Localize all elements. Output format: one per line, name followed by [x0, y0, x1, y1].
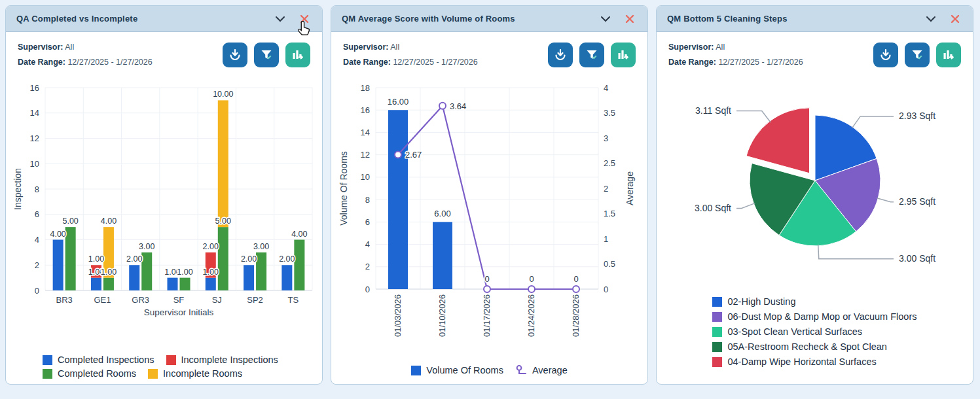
- chevron-down-icon: [926, 16, 936, 22]
- legend-item[interactable]: Completed Inspections: [43, 355, 154, 365]
- export-button[interactable]: [611, 43, 636, 67]
- y-tick-label-left: 6: [365, 217, 369, 227]
- filter-button[interactable]: [579, 43, 604, 67]
- panel-header: QM Bottom 5 Cleaning Steps: [657, 6, 973, 32]
- legend-swatch: [712, 357, 722, 367]
- qm-average-combo-chart: 02468101214161800.511.522.533.5416.006.0…: [338, 73, 642, 349]
- chevron-down-icon: [275, 16, 285, 22]
- legend-item[interactable]: 04-Damp Wipe Horizontal Surfaces: [712, 356, 916, 367]
- close-button[interactable]: [623, 13, 637, 25]
- legend-item[interactable]: 06-Dust Mop & Damp Mop or Vacuum Floors: [712, 311, 916, 322]
- point-label: 2.67: [405, 150, 422, 160]
- bar-segment[interactable]: [281, 265, 292, 290]
- x-tick-label: BR3: [56, 295, 72, 305]
- legend-swatch: [148, 369, 158, 379]
- legend-item[interactable]: Incomplete Inspections: [166, 355, 278, 365]
- legend-label: 03-Spot Clean Vertical Surfaces: [727, 326, 862, 337]
- legend-label: Volume Of Rooms: [426, 365, 503, 375]
- y-tick-label-left: 8: [365, 195, 369, 205]
- bar-segment[interactable]: [141, 252, 152, 290]
- legend-item[interactable]: Volume Of Rooms: [411, 364, 503, 376]
- callout-line: [852, 116, 894, 128]
- collapse-button[interactable]: [272, 14, 288, 24]
- legend-label: 02-High Dusting: [727, 296, 795, 307]
- qa-completed-legend: Completed InspectionsIncomplete Inspecti…: [11, 355, 317, 379]
- bar-segment[interactable]: [52, 240, 63, 291]
- legend-label: Incomplete Rooms: [163, 368, 242, 379]
- y-tick-label: 10: [29, 159, 39, 169]
- chart-export-icon: [617, 48, 630, 61]
- y-tick-label-right: 3: [604, 133, 608, 143]
- x-tick-label: 01/28/2026: [571, 294, 581, 337]
- y-tick-label-right: 4: [604, 83, 608, 93]
- pie-data-label: 3.00 Sqft: [899, 253, 935, 264]
- date-range-value: 12/27/2025 - 1/27/2026: [393, 58, 477, 67]
- collapse-button[interactable]: [923, 14, 939, 24]
- close-button[interactable]: [948, 13, 962, 25]
- legend-item[interactable]: Average: [515, 364, 568, 376]
- download-icon: [879, 48, 892, 61]
- export-button[interactable]: [936, 43, 961, 67]
- legend-label: Average: [532, 365, 568, 375]
- legend-swatch: [712, 327, 722, 337]
- filter-check-icon: [911, 48, 924, 61]
- pie-slice[interactable]: [746, 108, 809, 173]
- bar-segment[interactable]: [129, 265, 139, 290]
- y-tick-label: 2: [34, 260, 39, 270]
- legend-item[interactable]: 05A-Restroom Recheck & Spot Clean: [712, 341, 916, 352]
- filter-button[interactable]: [905, 43, 930, 67]
- close-button[interactable]: [297, 13, 312, 25]
- filter-button[interactable]: [254, 43, 279, 67]
- legend-label: Completed Rooms: [58, 368, 136, 379]
- download-icon: [228, 48, 242, 61]
- bar-segment[interactable]: [90, 278, 101, 290]
- legend-label: 05A-Restroom Recheck & Spot Clean: [727, 341, 886, 352]
- y-tick-label-right: 1.5: [604, 209, 615, 218]
- toolbar: [223, 40, 310, 69]
- collapse-button[interactable]: [598, 14, 613, 24]
- volume-bar[interactable]: [433, 222, 452, 289]
- bar-segment[interactable]: [167, 278, 177, 290]
- filter-info-row: Supervisor: All Date Range: 12/27/2025 -…: [657, 32, 973, 72]
- y-tick-label: 4: [34, 235, 39, 245]
- point-label: 0: [573, 274, 578, 284]
- volume-bar[interactable]: [388, 110, 408, 289]
- y-tick-label-right: 2: [604, 184, 608, 194]
- data-label: 2.00: [126, 254, 142, 264]
- download-button[interactable]: [548, 43, 573, 67]
- filter-info-row: Supervisor: All Date Range: 12/27/2025 -…: [6, 32, 322, 72]
- line-marker[interactable]: [573, 286, 579, 292]
- bar-segment[interactable]: [103, 278, 113, 290]
- supervisor-label: Supervisor:: [343, 43, 388, 52]
- line-marker[interactable]: [439, 103, 446, 109]
- date-range-label: Date Range:: [668, 58, 716, 67]
- legend-item[interactable]: 02-High Dusting: [712, 296, 916, 307]
- line-marker[interactable]: [528, 286, 535, 292]
- bar-segment[interactable]: [294, 240, 304, 291]
- supervisor-value: All: [65, 43, 74, 52]
- chevron-down-icon: [600, 16, 611, 22]
- legend-swatch: [166, 355, 176, 365]
- supervisor-label: Supervisor:: [18, 43, 63, 52]
- date-range-label: Date Range:: [343, 58, 391, 67]
- legend-item[interactable]: Incomplete Rooms: [148, 368, 242, 379]
- bar-segment[interactable]: [217, 227, 228, 290]
- y-tick-label-left: 10: [360, 172, 369, 182]
- bar-segment[interactable]: [205, 278, 215, 290]
- bar-segment[interactable]: [256, 252, 266, 290]
- export-button[interactable]: [285, 43, 310, 67]
- legend-item[interactable]: 03-Spot Clean Vertical Surfaces: [712, 326, 916, 337]
- bar-segment[interactable]: [217, 100, 228, 227]
- data-label: 4.00: [100, 217, 116, 226]
- legend-item[interactable]: Completed Rooms: [43, 368, 136, 379]
- y-tick-label-right: 0.5: [604, 259, 615, 269]
- download-button[interactable]: [873, 43, 898, 67]
- bar-segment[interactable]: [65, 227, 75, 290]
- qm-bottom5-pie-chart: 2.93 Sqft2.95 Sqft3.00 Sqft3.00 Sqft3.11…: [663, 73, 967, 281]
- line-marker[interactable]: [484, 286, 490, 292]
- download-button[interactable]: [223, 43, 247, 67]
- bar-segment[interactable]: [244, 265, 254, 290]
- bar-segment[interactable]: [179, 278, 190, 290]
- qm-bottom5-chart-area: 2.93 Sqft2.95 Sqft3.00 Sqft3.00 Sqft3.11…: [657, 72, 973, 384]
- line-marker[interactable]: [395, 151, 401, 158]
